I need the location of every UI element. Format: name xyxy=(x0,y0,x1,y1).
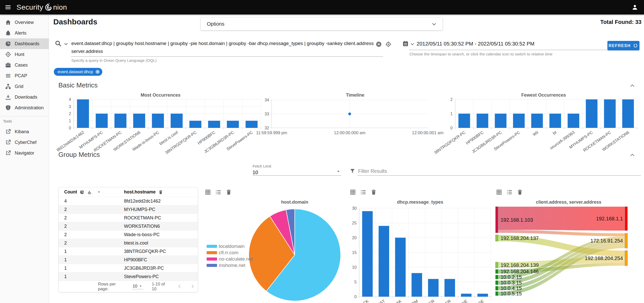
table-row[interactable]: 1StevePowers-PC xyxy=(59,272,198,281)
menu-icon[interactable] xyxy=(5,4,11,11)
clear-query-icon[interactable] xyxy=(375,41,382,48)
sankey-node-192.168.204.139[interactable] xyxy=(496,262,498,268)
sidebar-item-alerts[interactable]: Alerts xyxy=(0,28,49,38)
bar-JC3GB6JRD3R-PC[interactable] xyxy=(227,121,239,128)
rows-per-page-select[interactable]: 10 xyxy=(132,284,143,289)
filter-chip[interactable]: event.dataset:dhcp xyxy=(54,68,102,76)
bar-JC3GB6JRD3R-PC[interactable] xyxy=(495,114,506,128)
quick-actions-icon[interactable] xyxy=(385,41,392,48)
timerange-chevron-down-icon[interactable] xyxy=(409,41,415,47)
legend-swatch[interactable] xyxy=(207,264,217,267)
bar-Wii[interactable] xyxy=(531,114,543,128)
delete-panel-icon[interactable] xyxy=(370,189,377,195)
bar-Wade-is-boss-PC[interactable] xyxy=(152,114,164,128)
bar-RELEASE[interactable] xyxy=(477,294,488,297)
sidebar-item-administration[interactable]: Administration xyxy=(0,102,49,113)
table-view-icon[interactable] xyxy=(350,189,356,195)
sidebar-item-cyberchef[interactable]: CyberChef xyxy=(0,137,49,148)
bar-38NTRGDFQKR-PC[interactable] xyxy=(458,114,470,128)
bar-NAK[interactable] xyxy=(395,238,406,297)
sidebar-item-dashboards[interactable]: Dashboards xyxy=(0,38,49,49)
sankey-node-10.0.2.15[interactable] xyxy=(496,275,498,279)
table-row[interactable]: 1JC3GB6JRD3R-PC xyxy=(59,264,198,272)
list-view-icon[interactable] xyxy=(215,189,222,195)
bar-HP900BFC[interactable] xyxy=(477,114,488,128)
bar-sourcefi-399363[interactable] xyxy=(568,114,579,128)
cell-count: 2 xyxy=(59,207,124,212)
bar-ACK[interactable] xyxy=(362,211,373,297)
bar-38NTRGDFQKR-PC[interactable] xyxy=(189,121,201,128)
bar-StevePowers-PC[interactable] xyxy=(513,114,525,128)
basic-metrics-collapse-icon[interactable] xyxy=(629,82,636,89)
sort-caret-icon[interactable] xyxy=(96,190,101,194)
refresh-button[interactable]: REFRESH xyxy=(607,41,639,50)
chip-remove-icon[interactable] xyxy=(95,69,100,74)
delete-column-icon[interactable] xyxy=(158,190,163,195)
sidebar-item-downloads[interactable]: Downloads xyxy=(0,92,49,102)
table-row[interactable]: 48fd12edd2dc1462 xyxy=(59,197,198,205)
sidebar-item-navigator[interactable]: Navigator xyxy=(0,148,49,158)
table-row[interactable]: 2ROCKETMAN-PC xyxy=(59,214,198,222)
sidebar-item-cases[interactable]: Cases xyxy=(0,60,49,70)
sidebar-item-grid[interactable]: Grid xyxy=(0,81,49,92)
bar-MYHUMPS-PC[interactable] xyxy=(96,114,108,128)
legend-swatch[interactable] xyxy=(207,251,217,254)
sankey-node-192.168.1.1[interactable] xyxy=(625,207,628,231)
bar-WORKSTATION6[interactable] xyxy=(133,114,145,128)
sidebar-item-kibana[interactable]: Kibana xyxy=(0,126,49,137)
user-account-icon[interactable] xyxy=(631,4,638,11)
bar-StevePowers-PC[interactable] xyxy=(245,121,257,128)
legend-swatch[interactable] xyxy=(207,245,217,248)
sankey-node-192.168.1.103[interactable] xyxy=(496,207,498,233)
calendar-icon[interactable] xyxy=(402,40,409,47)
bar-ROCKETMAN-PC[interactable] xyxy=(114,114,126,128)
table-row[interactable]: 138NTRGDFQKR-PC xyxy=(59,247,198,255)
timeline-point[interactable] xyxy=(348,113,351,115)
fetch-limit-select[interactable]: Fetch Limit 10 xyxy=(253,164,341,176)
bar-OFFER[interactable] xyxy=(444,279,455,297)
timerange-input[interactable]: 2012/05/11 05:30:52 PM - 2022/05/11 05:3… xyxy=(417,41,534,47)
list-view-icon[interactable] xyxy=(506,189,513,195)
sankey-node-10.0.3.15[interactable] xyxy=(496,281,498,285)
sidebar-item-hunt[interactable]: Hunt xyxy=(0,49,49,60)
filter-results-input[interactable] xyxy=(358,167,641,176)
sankey-node-192.168.204.146[interactable] xyxy=(496,269,498,274)
table-row[interactable]: 2MYHUMPS-PC xyxy=(59,205,198,214)
bar-REQUEST[interactable] xyxy=(379,226,389,297)
bar-8fd12edd2dc1462[interactable] xyxy=(77,99,89,128)
bar-DECLINE[interactable] xyxy=(461,294,472,297)
bar-bt[interactable] xyxy=(549,114,561,128)
table-row[interactable]: 2Wade-is-boss-PC xyxy=(59,230,198,239)
table-view-icon[interactable] xyxy=(496,189,502,195)
sankey-node-192.168.204.137[interactable] xyxy=(496,235,498,241)
bar-DISCOVER[interactable] xyxy=(428,279,439,297)
bar-INFORM[interactable] xyxy=(411,273,422,297)
sankey-node-192.168.204.254[interactable] xyxy=(625,251,628,266)
next-page-icon[interactable] xyxy=(189,283,196,290)
table-row[interactable]: 2btest.is.cool xyxy=(59,239,198,247)
table-view-icon[interactable] xyxy=(205,189,211,195)
search-chevron-down-icon[interactable] xyxy=(63,41,69,47)
options-dropdown[interactable]: Options xyxy=(201,18,442,30)
bar-MYHUMPS-PC[interactable] xyxy=(586,99,598,128)
list-view-icon[interactable] xyxy=(360,189,367,195)
group-metrics-collapse-icon[interactable] xyxy=(629,152,636,159)
legend-swatch[interactable] xyxy=(207,257,217,261)
bar-HP900BFC[interactable] xyxy=(208,121,220,128)
delete-panel-icon[interactable] xyxy=(517,189,523,195)
bar-btest.is.cool[interactable] xyxy=(171,114,183,128)
delete-panel-icon[interactable] xyxy=(225,189,232,195)
sankey-node-10.0.4.15[interactable] xyxy=(496,286,498,290)
bar-ROCKETMAN-PC[interactable] xyxy=(604,99,616,128)
sidebar-item-overview[interactable]: Overview xyxy=(0,17,49,28)
sidebar-item-pcap[interactable]: PCAP xyxy=(0,70,49,81)
sankey-node-172.16.91.254[interactable] xyxy=(625,233,628,248)
bar-WORKSTATION6[interactable] xyxy=(622,99,634,128)
table-row[interactable]: 2WORKSTATION6 xyxy=(59,222,198,230)
pie-chart-toggle-icon[interactable] xyxy=(79,190,85,195)
sankey-node-10.0.5.15[interactable] xyxy=(496,292,498,296)
bar-chart-toggle-icon[interactable] xyxy=(87,189,92,195)
table-row[interactable]: 1HP900BFC xyxy=(59,255,198,264)
query-input[interactable]: event.dataset:dhcp | groupby host.hostna… xyxy=(71,39,384,55)
previous-page-icon[interactable] xyxy=(176,283,183,290)
